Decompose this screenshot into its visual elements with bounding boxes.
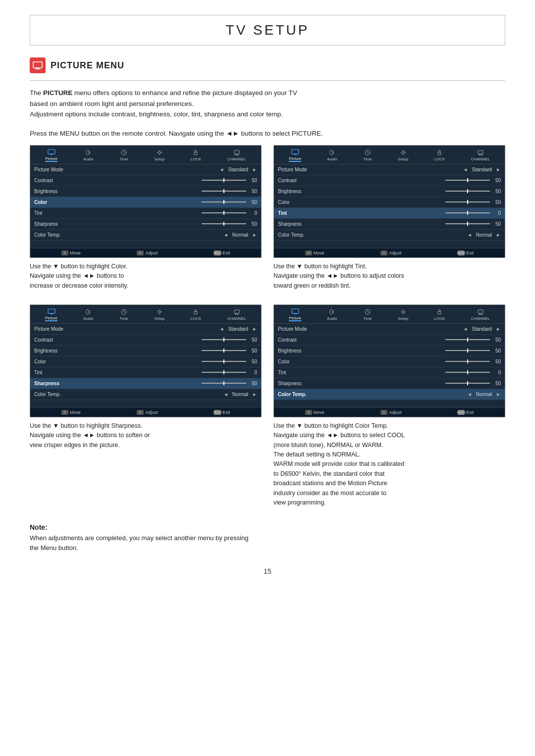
note-title: Note: <box>30 523 505 531</box>
row-color-3: Color 50 <box>30 356 261 367</box>
tab-picture-1[interactable]: Picture <box>45 149 57 162</box>
tab-setup-2[interactable]: Setup <box>398 149 408 161</box>
tab-audio-3[interactable]: Audio <box>83 308 93 321</box>
row-tint-1: Tint 0 <box>30 208 261 219</box>
tab-audio-4[interactable]: Audio <box>327 308 337 321</box>
tab-channel-4[interactable]: CHANNEL <box>471 308 490 321</box>
setup-tab-icon-4 <box>399 308 408 315</box>
row-colortemp-1: Color Temp. ◄ Normal ► <box>30 230 261 241</box>
tab-lock-4[interactable]: LOCK <box>434 308 445 321</box>
time-tab-icon-2 <box>363 149 372 156</box>
footer-move-2: ⊙ Move <box>305 251 324 255</box>
footer-exit-2: MENU Exit <box>458 251 474 255</box>
move-icon: ⊙ <box>61 251 68 255</box>
footer-adjust-2: ⊙ Adjust <box>380 251 401 255</box>
tab-time-2[interactable]: Time <box>363 149 372 161</box>
lock-tab-icon <box>191 149 200 156</box>
svg-rect-1 <box>36 68 39 69</box>
tab-lock-1[interactable]: LOCK <box>191 149 202 161</box>
left-arrow[interactable]: ◄ <box>219 167 224 172</box>
adjust-icon-2: ⊙ <box>380 251 387 255</box>
tab-setup-3[interactable]: Setup <box>154 308 164 321</box>
svg-rect-35 <box>48 309 55 313</box>
tint-slider-1[interactable] <box>202 212 246 213</box>
setup-tab-icon <box>155 149 164 156</box>
menu-colortemp-panel: Picture Audio Time <box>273 304 505 513</box>
contrast-slider[interactable] <box>202 180 246 181</box>
svg-rect-47 <box>234 310 239 313</box>
tab-picture-2[interactable]: Picture <box>289 149 301 162</box>
tab-lock-3[interactable]: LOCK <box>191 308 202 321</box>
footer-move-3: ⊙ Move <box>61 410 81 415</box>
menu-rows-2: Picture Mode ◄ Standard ► Contrast 50 B <box>274 164 505 249</box>
menu-footer-2: ⊙ Move ⊙ Adjust MENU Exit <box>274 249 505 257</box>
row-color-1-highlighted: Color 50 <box>30 197 261 208</box>
row-picture-mode-4: Picture Mode ◄ Standard ► <box>274 324 505 335</box>
brightness-slider[interactable] <box>202 191 246 192</box>
tab-picture-4[interactable]: Picture <box>289 308 301 321</box>
row-picture-mode-3: Picture Mode ◄ Standard ► <box>30 324 261 335</box>
row-contrast-4: Contrast 50 <box>274 335 505 346</box>
tab-time-4[interactable]: Time <box>363 308 372 321</box>
svg-rect-30 <box>438 152 441 154</box>
footer-adjust-1: ⊙ Adjust <box>137 251 158 255</box>
row-color-2: Color 50 <box>274 197 505 208</box>
menu-topbar-3: Picture Audio Time <box>30 305 261 324</box>
svg-rect-46 <box>194 311 197 314</box>
svg-rect-14 <box>194 152 197 154</box>
svg-rect-15 <box>234 151 239 154</box>
svg-rect-3 <box>48 150 55 154</box>
menu-exit-icon: MENU <box>214 251 221 255</box>
tab-audio-1[interactable]: Audio <box>83 149 93 161</box>
row-tint-4: Tint 0 <box>274 367 505 378</box>
svg-point-21 <box>330 150 333 155</box>
svg-rect-62 <box>438 311 441 314</box>
tab-channel-1[interactable]: CHANNEL <box>227 149 246 161</box>
footer-exit-4: MENU Exit <box>458 410 474 415</box>
colortemp-left-1[interactable]: ◄ <box>223 232 228 238</box>
color-slider[interactable] <box>202 202 246 202</box>
lock-tab-icon-4 <box>435 308 444 315</box>
tab-setup-1[interactable]: Setup <box>154 149 164 161</box>
menu-topbar-4: Picture Audio Time <box>274 305 505 324</box>
sharpness-slider-1[interactable] <box>202 223 246 224</box>
tab-lock-2[interactable]: LOCK <box>434 149 445 161</box>
svg-rect-0 <box>33 62 42 68</box>
row-brightness-1: Brightness 50 <box>30 186 261 197</box>
tab-time-3[interactable]: Time <box>119 308 128 321</box>
menu-footer-3: ⊙ Move ⊙ Adjust MENU Exit <box>30 408 261 417</box>
adjust-icon: ⊙ <box>137 251 144 255</box>
tab-picture-3[interactable]: Picture <box>45 308 57 321</box>
audio-tab-icon-4 <box>328 308 337 315</box>
instruction-text: Press the MENU button on the remote cont… <box>30 130 505 137</box>
lock-tab-icon-2 <box>435 149 444 156</box>
row-colortemp-2: Color Temp. ◄ Normal ► <box>274 230 505 241</box>
setup-tab-icon-3 <box>155 308 164 315</box>
svg-point-9 <box>158 151 160 153</box>
svg-rect-36 <box>50 313 53 314</box>
footer-adjust-3: ⊙ Adjust <box>137 410 158 415</box>
row-colortemp-3: Color Temp. ◄ Normal ► <box>30 389 261 400</box>
caption-sharpness: Use the ▼ button to highlight Sharpness.… <box>30 421 262 450</box>
colortemp-right-1[interactable]: ► <box>252 232 257 238</box>
row-brightness-2: Brightness 50 <box>274 186 505 197</box>
tab-channel-2[interactable]: CHANNEL <box>471 149 490 161</box>
tab-audio-2[interactable]: Audio <box>327 149 337 161</box>
row-sharpness-1: Sharpness 50 <box>30 219 261 230</box>
tab-setup-4[interactable]: Setup <box>398 308 408 321</box>
caption-colortemp: Use the ▼ button to highlight Color Temp… <box>273 421 505 507</box>
svg-line-8 <box>124 152 125 153</box>
svg-point-5 <box>86 150 89 155</box>
row-tint-3: Tint 0 <box>30 367 261 378</box>
row-tint-2-highlighted: Tint 0 <box>274 208 505 219</box>
menu-topbar-1: Picture Audio Time <box>30 146 261 164</box>
tab-time-1[interactable]: Time <box>119 149 128 161</box>
menu-tint-panel: Picture Audio Time <box>273 145 505 297</box>
setup-tab-icon-2 <box>399 149 408 156</box>
channel-tab-icon <box>232 149 241 156</box>
tab-channel-3[interactable]: CHANNEL <box>227 308 246 321</box>
page-title: TV SETUP <box>30 15 505 46</box>
right-arrow[interactable]: ► <box>252 167 257 172</box>
menu-exit-icon-2: MENU <box>458 251 465 255</box>
svg-rect-31 <box>478 151 483 154</box>
